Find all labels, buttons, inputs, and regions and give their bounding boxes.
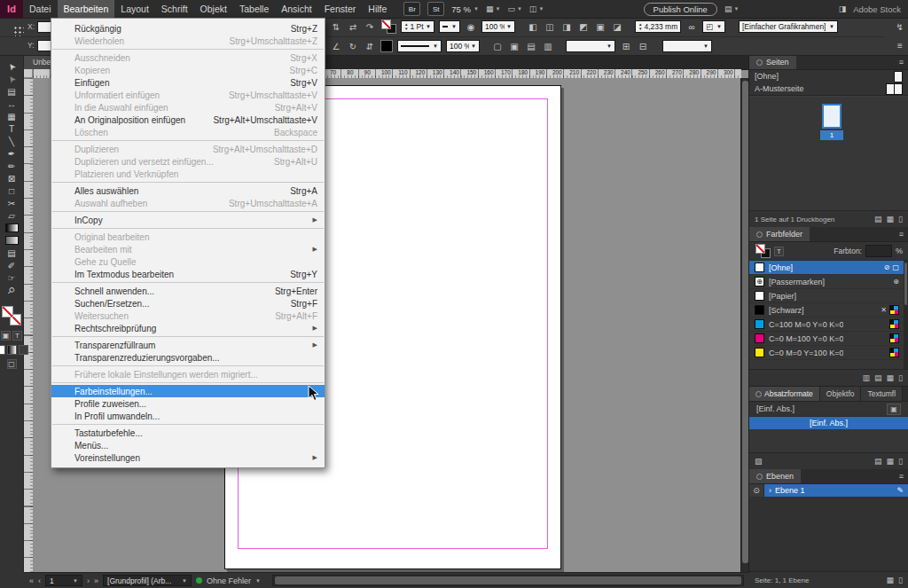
master-a-row[interactable]: A-Musterseite: [749, 82, 908, 95]
apply-none-icon[interactable]: [19, 345, 28, 355]
flip-both-icon[interactable]: ⇵: [364, 42, 376, 51]
delete-page-icon[interactable]: ▯: [898, 215, 903, 223]
align-bottom-icon[interactable]: ◪: [611, 22, 623, 32]
stroke-style-dropdown[interactable]: ▼: [397, 40, 442, 52]
tab-ebenen[interactable]: Ebenen: [749, 469, 801, 483]
new-page-icon[interactable]: ▦: [887, 215, 895, 223]
style-row-selected[interactable]: [Einf. Abs.]: [749, 417, 908, 429]
rectangle-tool[interactable]: □: [0, 184, 24, 197]
corner-shape-dropdown[interactable]: ◰▼: [702, 20, 725, 33]
swatch-row[interactable]: C=0 M=0 Y=100 K=0: [749, 346, 908, 360]
horizontal-scrollbar-thumb[interactable]: [275, 576, 741, 584]
master-none-row[interactable]: [Ohne]: [749, 70, 908, 82]
new-style-group-icon[interactable]: ▤: [874, 457, 882, 466]
pencil-tool[interactable]: ✏: [0, 160, 24, 172]
page-number-dropdown[interactable]: 1 ▼: [45, 575, 82, 586]
delete-swatch-icon[interactable]: ▯: [898, 373, 903, 382]
fill-stroke-proxy[interactable]: [1, 305, 22, 326]
next-page-button[interactable]: ›: [87, 576, 90, 585]
menubar-item-tabelle[interactable]: Tabelle: [233, 0, 275, 18]
swatch-row[interactable]: C=100 M=0 Y=0 K=0: [749, 318, 908, 332]
gradient-feather-tool[interactable]: [0, 234, 24, 247]
tab-seiten[interactable]: Seiten: [749, 55, 796, 69]
type-tool[interactable]: T: [0, 122, 24, 135]
horizontal-scrollbar[interactable]: [272, 575, 744, 586]
preflight-status-label[interactable]: Ohne Fehler: [207, 576, 251, 585]
stroke-color-swatch[interactable]: [380, 40, 393, 52]
gradient-swatch-tool[interactable]: [0, 222, 24, 234]
text-wrap-dropdown[interactable]: ▼: [566, 40, 615, 52]
swatch-row[interactable]: C=0 M=100 Y=0 K=0: [749, 332, 908, 346]
swatch-scrollbar[interactable]: [904, 261, 908, 369]
zoom-tool[interactable]: ⚲: [0, 284, 24, 296]
swatch-scrollbar-thumb[interactable]: [904, 263, 907, 305]
page-number-badge[interactable]: 1: [820, 130, 843, 140]
arrange-documents-dropdown[interactable]: ◫▼: [529, 4, 544, 13]
tab-farbfelder[interactable]: Farbfelder: [749, 227, 810, 241]
edit-menu-item[interactable]: In Profil umwandeln...: [51, 410, 325, 422]
wrap-around-icon[interactable]: ▣: [508, 42, 521, 51]
pages-list[interactable]: 1: [749, 97, 908, 210]
wrap-none-icon[interactable]: ▢: [491, 42, 504, 51]
edit-menu-item[interactable]: EinfügenStrg+V: [51, 76, 325, 89]
stroke-type-dropdown[interactable]: ▼: [439, 20, 460, 33]
wrap-jump-icon[interactable]: ▥: [542, 42, 554, 51]
scissors-tool[interactable]: ✂: [0, 197, 24, 209]
rectangle-frame-tool[interactable]: ⊠: [0, 172, 24, 184]
swatch-row[interactable]: ⊕[Passermarken]⊕: [749, 275, 908, 289]
ruler-origin[interactable]: [24, 69, 33, 78]
edit-menu-item[interactable]: Transparenzfüllraum▶: [51, 339, 325, 351]
edit-menu-item[interactable]: Farbeinstellungen...: [51, 385, 325, 397]
chain-link-icon[interactable]: ∞: [685, 22, 698, 32]
pen-tool[interactable]: ✒: [0, 147, 24, 160]
delete-style-icon[interactable]: ▯: [898, 457, 903, 466]
stock-search-icon[interactable]: ◨: [839, 4, 847, 13]
view-mode-icon[interactable]: ▢: [7, 359, 17, 369]
swatch-row[interactable]: [Ohne]⊘▢: [749, 261, 908, 275]
apply-color-icon[interactable]: [0, 345, 5, 355]
formatting-text-icon[interactable]: T: [12, 331, 22, 341]
clear-overrides-icon[interactable]: ▨: [755, 457, 763, 466]
eyedropper-tool[interactable]: ✐: [0, 259, 24, 271]
page-tool[interactable]: ▤: [0, 85, 24, 98]
flip-vertical-icon[interactable]: ⇅: [330, 22, 342, 32]
view-options-dropdown[interactable]: ▦▼: [486, 4, 500, 13]
stroke-weight-field[interactable]: ▲▼1 Pt▼: [401, 20, 434, 33]
layer-expander-icon[interactable]: ›: [769, 486, 771, 495]
last-page-button[interactable]: »: [94, 576, 98, 585]
line-tool[interactable]: ╲: [0, 135, 24, 147]
auto-fit-icon[interactable]: ⊟: [637, 42, 649, 51]
edit-menu-item[interactable]: Rechtschreibprüfung▶: [51, 322, 325, 334]
align-top-icon[interactable]: ◩: [577, 22, 590, 32]
page-thumbnail[interactable]: [822, 104, 841, 129]
effects-dropdown[interactable]: ▼: [662, 40, 712, 52]
content-collector-tool[interactable]: ▦: [0, 110, 24, 122]
edit-menu-item[interactable]: InCopy▶: [51, 214, 325, 226]
direct-selection-tool[interactable]: ➤: [0, 73, 24, 85]
free-transform-tool[interactable]: ▱: [0, 209, 24, 222]
edit-menu-item[interactable]: Suchen/Ersetzen...Strg+F: [51, 297, 325, 310]
new-style-icon[interactable]: ▦: [887, 457, 895, 466]
layer-row[interactable]: ⊙ › Ebene 1 ✎: [749, 484, 908, 497]
adobe-stock-label[interactable]: Adobe Stock: [853, 4, 901, 14]
object-style-dropdown[interactable]: [Einfacher Grafikrahmen]▼: [739, 20, 838, 33]
screen-mode-dropdown[interactable]: ▭▼: [507, 4, 521, 13]
align-center-icon[interactable]: ◫: [544, 22, 556, 32]
first-page-button[interactable]: «: [29, 576, 34, 585]
edit-menu-item[interactable]: Im Textmodus bearbeitenStrg+Y: [51, 268, 325, 280]
delete-layer-icon[interactable]: ▯: [898, 576, 903, 584]
zoom-level-dropdown[interactable]: 75 % ▼: [451, 4, 479, 14]
panel-menu-icon[interactable]: ≡: [895, 469, 908, 483]
edit-menu-item[interactable]: Profile zuweisen...: [51, 397, 325, 410]
flip-horizontal-icon[interactable]: ⇄: [347, 22, 359, 32]
hand-tool[interactable]: ☞: [0, 271, 24, 284]
preflight-profile-dropdown[interactable]: [Grundprofil] (Arb... ▼: [103, 575, 192, 586]
gap-tool[interactable]: ↔: [0, 98, 24, 110]
layer-selected-bar[interactable]: › Ebene 1 ✎: [764, 484, 908, 497]
formatting-text-icon[interactable]: T: [774, 247, 784, 256]
edit-menu-item[interactable]: Schnell anwenden...Strg+Enter: [51, 285, 325, 297]
menubar-item-datei[interactable]: Datei: [23, 0, 58, 18]
menubar-item-fenster[interactable]: Fenster: [318, 0, 363, 18]
tab-textumfl[interactable]: Textumfl: [861, 387, 903, 401]
tab-objektfo[interactable]: Objektfo: [820, 387, 862, 401]
